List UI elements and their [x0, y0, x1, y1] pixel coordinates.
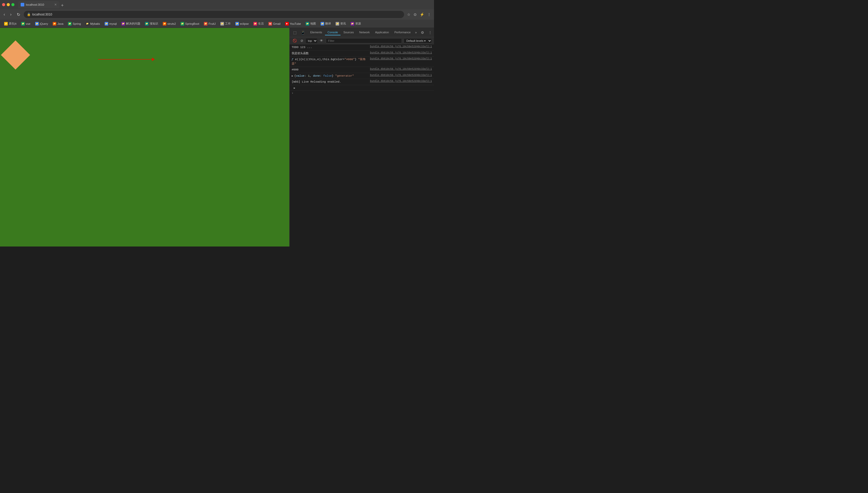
close-button[interactable]	[2, 3, 5, 6]
bookmark-label: 翻译	[325, 22, 331, 25]
bookmark-label: 资源	[355, 22, 361, 25]
console-message: TODO 123 ...	[292, 45, 368, 49]
tab-close-button[interactable]: ✕	[54, 3, 57, 6]
expand-caret-icon[interactable]: ▶	[294, 86, 295, 90]
lock-icon: 🔒	[27, 13, 31, 16]
tab-performance[interactable]: Performance	[392, 30, 413, 35]
tab-title: localhost:3010	[26, 3, 53, 6]
bookmark-favicon: 📁	[121, 22, 125, 25]
bookmark-zhishi[interactable]: 📁 涨知识	[143, 21, 160, 26]
console-clear-button[interactable]: 🚫	[292, 38, 298, 43]
extensions-button[interactable]: ⚡	[419, 12, 425, 18]
tab-application[interactable]: Application	[373, 30, 392, 35]
bookmark-label: Gmail	[273, 22, 281, 25]
console-prompt-input[interactable]	[295, 92, 432, 95]
minimize-button[interactable]	[7, 3, 10, 6]
console-context-select[interactable]: top	[306, 39, 317, 43]
bookmark-mybatis[interactable]: 📁 Mybatis	[83, 21, 102, 26]
tab-network[interactable]: Network	[357, 30, 372, 35]
console-output[interactable]: TODO 123 ... bundle.6b610c58.js76…10c58e…	[290, 44, 434, 246]
bookmark-vue[interactable]: 📁 vue	[19, 21, 33, 26]
console-source[interactable]: bundle.6b610c58.js76…10c58e52d48c33a72:1	[370, 68, 432, 70]
bookmark-favicon: 📁	[335, 22, 339, 25]
bookmark-favicon: 📁	[85, 22, 89, 25]
tab-console[interactable]: Console	[325, 30, 340, 35]
console-row: #000 bundle.6b610c58.js76…10c58e52d48c33…	[290, 67, 434, 73]
tab-bar: localhost:3010 ✕ +	[18, 1, 432, 8]
new-tab-button[interactable]: +	[59, 3, 65, 8]
console-row[interactable]: ▶ {value: 1, done: false} "generator" bu…	[290, 73, 434, 79]
bookmark-favicon: 📁	[220, 22, 224, 25]
settings-button[interactable]: ⋮	[426, 12, 432, 18]
bookmark-resources[interactable]: 📁 资源	[349, 21, 363, 26]
bookmark-wenti[interactable]: 📁 解决的问题	[119, 21, 142, 26]
console-expand-row[interactable]: ▶	[290, 85, 434, 91]
profile-button[interactable]: ⊙	[413, 12, 418, 18]
console-eye-button[interactable]: 👁	[319, 38, 324, 43]
title-bar: localhost:3010 ✕ +	[0, 0, 434, 9]
tab-elements[interactable]: Elements	[308, 30, 325, 35]
console-row: ƒ e(){n()(this,e),this.bgColor="#000"} "…	[290, 57, 434, 67]
active-tab[interactable]: localhost:3010 ✕	[18, 1, 59, 8]
bookmark-life[interactable]: 📁 生活	[251, 21, 266, 26]
bookmark-favicon: 📁	[351, 22, 354, 25]
bookmark-struts2[interactable]: 📁 struts2	[161, 21, 178, 26]
bookmark-spring[interactable]: 📁 Spring	[66, 21, 83, 26]
bookmark-java[interactable]: 📁 Java	[50, 21, 65, 26]
bookmark-favicon: 📁	[105, 22, 108, 25]
bookmarks-bar: 📁 原生js 📁 vue 📁 jQuery 📁 Java 📁 Spring 📁 …	[0, 20, 434, 28]
devtools-settings-button[interactable]: ⚙	[419, 29, 426, 36]
console-row: 我是箭头函数 bundle.6b610c58.js76…10c58e52d48c…	[290, 50, 434, 57]
devtools-more-tabs[interactable]: »	[414, 31, 418, 34]
console-source[interactable]: bundle.6b610c58.js76…10c58e52d48c33a72:1	[370, 51, 432, 54]
arrow-indicator	[98, 58, 155, 61]
bookmark-label: Spring	[73, 22, 81, 25]
tab-sources[interactable]: Sources	[341, 30, 356, 35]
console-message: ƒ e(){n()(this,e),this.bgColor="#000"} "…	[292, 57, 368, 66]
console-level-select[interactable]: Default levels ▾	[404, 38, 432, 43]
bookmark-springboot[interactable]: 📁 SpringBoot	[179, 21, 201, 26]
tab-favicon	[21, 3, 24, 6]
bookmark-jquery[interactable]: 📁 jQuery	[33, 21, 50, 26]
console-source[interactable]: bundle.6b610c58.js76…10c58e52d48c33a72:1	[370, 74, 432, 77]
bookmark-favicon: 📁	[21, 22, 25, 25]
console-filter-input[interactable]	[326, 38, 402, 43]
console-source[interactable]: bundle.6b610c58.js76…10c58e52d48c33a72:1	[370, 45, 432, 48]
bookmark-star-button[interactable]: ☆	[406, 12, 412, 18]
bookmark-youtube[interactable]: ▶ YouTube	[283, 21, 303, 26]
bookmark-favicon: 📁	[253, 22, 257, 25]
reload-button[interactable]: ↻	[15, 11, 22, 18]
devtools-vertical-dots[interactable]: ⋮	[427, 29, 433, 36]
bookmark-yuanshengjs[interactable]: 📁 原生js	[2, 21, 19, 26]
bookmark-favicon: 📁	[35, 22, 39, 25]
devtools-inspect-button[interactable]: ⬚	[292, 29, 298, 36]
bookmark-gmail[interactable]: M Gmail	[266, 21, 283, 26]
bookmark-fruitj[interactable]: 📁 FruitJ	[202, 21, 218, 26]
bookmark-label: 原生js	[9, 22, 17, 25]
back-button[interactable]: ‹	[2, 11, 6, 18]
bookmark-label: mysql	[109, 22, 117, 25]
bookmark-favicon: M	[268, 22, 272, 25]
maximize-button[interactable]	[12, 3, 15, 6]
bookmark-label: struts2	[167, 22, 176, 25]
console-source[interactable]: bundle.6b610c58.js76…10c58e52d48c33a72:1	[370, 80, 432, 83]
bookmark-label: jQuery	[40, 22, 48, 25]
bookmark-favicon: 📁	[145, 22, 148, 25]
address-input[interactable]	[32, 13, 401, 16]
expand-arrow-icon[interactable]: ▶	[292, 74, 293, 78]
bookmark-eclipse[interactable]: 📁 eclipse	[233, 21, 251, 26]
bookmark-map[interactable]: 📁 地图	[304, 21, 318, 26]
console-source[interactable]: bundle.6b610c58.js76…10c58e52d48c33a72:1	[370, 57, 432, 60]
bookmark-label: Java	[57, 22, 63, 25]
console-filter-button[interactable]: ⊘	[299, 38, 304, 43]
traffic-lights	[2, 3, 15, 6]
devtools-device-button[interactable]: 📱	[299, 29, 307, 36]
bookmark-translate[interactable]: 📁 翻译	[318, 21, 333, 26]
bookmark-favicon: 📁	[53, 22, 56, 25]
bookmark-favicon: 📁	[163, 22, 166, 25]
bookmark-favicon: 📁	[204, 22, 207, 25]
bookmark-news[interactable]: 📁 资讯	[333, 21, 348, 26]
bookmark-work[interactable]: 📁 工作	[218, 21, 233, 26]
bookmark-mysql[interactable]: 📁 mysql	[103, 21, 119, 26]
forward-button[interactable]: ›	[8, 11, 13, 18]
